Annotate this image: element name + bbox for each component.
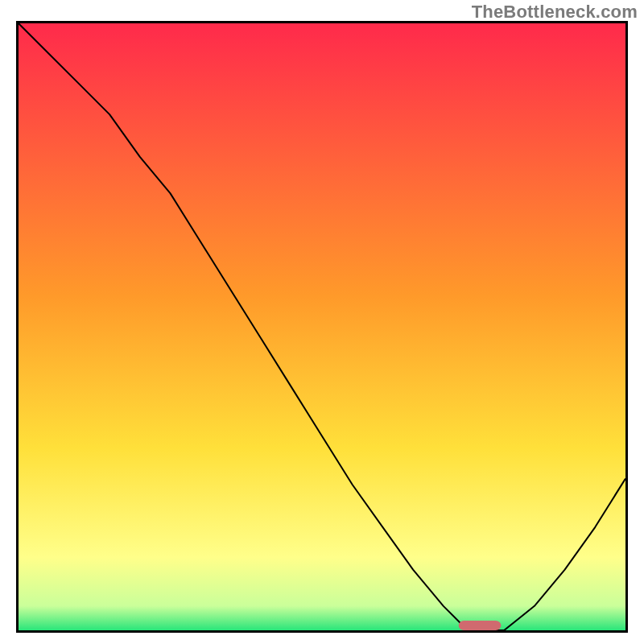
marker-pill: [459, 621, 502, 630]
plot-area: [16, 21, 628, 633]
chart-container: TheBottleneck.com: [0, 0, 644, 644]
attribution-label: TheBottleneck.com: [472, 2, 638, 23]
chart-svg: [19, 23, 625, 630]
